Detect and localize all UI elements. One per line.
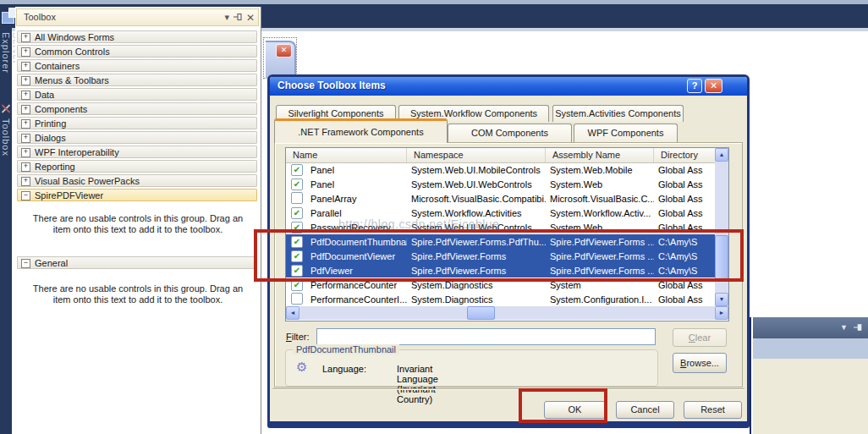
cell-name: Panel bbox=[306, 179, 407, 190]
toolbox-empty-message: There are no usable controls in this gro… bbox=[25, 283, 250, 305]
collapse-icon[interactable]: − bbox=[21, 191, 30, 201]
table-header: Name Namespace Assembly Name Directory bbox=[286, 148, 715, 163]
toolbox-group-dialogs[interactable]: +Dialogs bbox=[17, 131, 257, 144]
expand-icon[interactable]: + bbox=[21, 91, 30, 100]
expand-icon[interactable]: + bbox=[21, 62, 30, 71]
component-detail-title: PdfDocumentThumbnail bbox=[293, 344, 399, 354]
bottom-panel-header: ▼ bbox=[753, 317, 868, 338]
expand-icon[interactable]: + bbox=[21, 177, 30, 186]
toolbox-group-general[interactable]: −General bbox=[17, 256, 257, 269]
row-checkbox[interactable]: ✔ bbox=[291, 164, 303, 176]
expand-icon[interactable]: + bbox=[21, 119, 30, 129]
expand-icon[interactable]: + bbox=[21, 33, 30, 42]
toolbox-group-printing[interactable]: +Printing bbox=[17, 117, 257, 129]
browse-button[interactable]: Browse... bbox=[673, 353, 727, 373]
scroll-right-icon[interactable]: ► bbox=[715, 306, 728, 320]
toolbox-group-all-windows-forms[interactable]: +All Windows Forms bbox=[17, 30, 257, 43]
toolbox-group-wpf-interoperability[interactable]: +WPF Interoperability bbox=[17, 146, 257, 158]
expand-icon[interactable]: + bbox=[21, 47, 30, 57]
scroll-up-icon[interactable]: ▲ bbox=[715, 148, 728, 162]
cell-directory: Global Ass bbox=[654, 194, 715, 204]
cell-assembly: System.Configuration.I... bbox=[546, 294, 654, 305]
column-header-name[interactable]: Name bbox=[286, 148, 407, 162]
cell-namespace: Microsoft.VisualBasic.Compatibi... bbox=[407, 194, 546, 204]
expand-icon[interactable]: + bbox=[21, 76, 30, 85]
row-checkbox[interactable] bbox=[291, 192, 303, 204]
row-checkbox[interactable]: ✔ bbox=[291, 179, 303, 190]
tab-com-components[interactable]: COM Components bbox=[448, 124, 572, 143]
cell-assembly: System.Web.Mobile bbox=[546, 165, 654, 175]
toolbox-empty-message: There are no usable controls in this gro… bbox=[25, 213, 250, 235]
close-icon[interactable]: ✕ bbox=[705, 79, 722, 93]
toolbox-group-reporting[interactable]: +Reporting bbox=[17, 160, 257, 173]
toolbox-group-label: Reporting bbox=[35, 162, 75, 172]
toolbox-group-label: All Windows Forms bbox=[35, 32, 114, 42]
cell-assembly: System.Workflow.Activ... bbox=[546, 208, 654, 218]
pin-icon[interactable] bbox=[233, 13, 243, 23]
checkbox-cell: ✔ bbox=[286, 207, 306, 219]
cell-name: Panel bbox=[306, 165, 407, 175]
tab-row-front: .NET Framework ComponentsCOM ComponentsW… bbox=[267, 118, 750, 143]
toolbox-group-label: WPF Interoperability bbox=[35, 147, 119, 157]
annotation-box-ok bbox=[519, 388, 607, 423]
toolbox-titlebar: Toolbox ▾ ✕ bbox=[16, 8, 259, 26]
toolbox-group-components[interactable]: +Components bbox=[17, 102, 257, 115]
column-header-directory[interactable]: Directory bbox=[654, 148, 715, 162]
table-row[interactable]: ✔PanelSystem.Web.UI.WebControlsSystem.We… bbox=[286, 177, 715, 191]
language-value: Invariant Language (Invariant Country) bbox=[397, 364, 438, 404]
toolbox-group-visual-basic-powerpacks[interactable]: +Visual Basic PowerPacks bbox=[17, 174, 257, 187]
cancel-button[interactable]: Cancel bbox=[616, 401, 674, 419]
toolbox-group-label: SpirePDFViewer bbox=[35, 190, 103, 201]
row-checkbox[interactable]: ✔ bbox=[291, 207, 303, 219]
cell-name: Parallel bbox=[306, 208, 407, 218]
screen: Server Explorer Toolbox ✕ ▼ Toolbox ▾ bbox=[0, 0, 868, 434]
collapse-icon[interactable]: − bbox=[21, 259, 30, 268]
language-label: Language: bbox=[322, 364, 366, 374]
expand-icon[interactable]: + bbox=[21, 162, 30, 172]
table-row[interactable]: ✔PanelSystem.Web.UI.MobileControlsSystem… bbox=[286, 162, 715, 177]
scroll-left-icon[interactable]: ◄ bbox=[286, 306, 299, 320]
tab-net-framework-components[interactable]: .NET Framework Components bbox=[274, 118, 448, 143]
left-dock-strip bbox=[0, 28, 12, 434]
toolbox-panel: Toolbox ▾ ✕ +All Windows Forms+Common Co… bbox=[15, 7, 261, 434]
bottom-right-panel: ▼ bbox=[750, 317, 868, 434]
chevron-down-icon[interactable]: ▾ bbox=[224, 12, 229, 23]
horizontal-scrollbar[interactable]: ◄ ► bbox=[286, 306, 728, 320]
toolbox-group-containers[interactable]: +Containers bbox=[17, 59, 257, 72]
form-close-icon[interactable]: ✕ bbox=[276, 44, 292, 58]
help-icon[interactable]: ? bbox=[687, 79, 702, 93]
toolbox-group-spirepdfviewer[interactable]: −SpirePDFViewer bbox=[17, 189, 257, 201]
cell-directory: Global Ass bbox=[654, 208, 715, 218]
pin-icon[interactable] bbox=[854, 323, 863, 333]
scrollbar-thumb[interactable] bbox=[467, 306, 495, 320]
filter-input[interactable] bbox=[316, 328, 656, 345]
toolbox-group-data[interactable]: +Data bbox=[17, 88, 257, 101]
cell-namespace: System.Diagnostics bbox=[407, 294, 546, 305]
dialog-title: Choose Toolbox Items bbox=[277, 80, 386, 91]
toolbox-group-common-controls[interactable]: +Common Controls bbox=[17, 45, 257, 58]
close-icon[interactable]: ✕ bbox=[246, 12, 255, 24]
tab-wpf-components[interactable]: WPF Components bbox=[574, 124, 678, 143]
row-checkbox[interactable] bbox=[291, 293, 303, 305]
table-row[interactable]: PerformanceCounterI...System.Diagnostics… bbox=[286, 292, 715, 306]
scroll-down-icon[interactable]: ▼ bbox=[715, 293, 728, 306]
toolbox-group-label: Containers bbox=[35, 61, 80, 71]
sidebar-item-toolbox[interactable]: Toolbox bbox=[1, 118, 11, 157]
reset-button[interactable]: Reset bbox=[684, 401, 742, 419]
designer-form-fragment: ✕ bbox=[263, 37, 297, 79]
toolbox-group-label: Data bbox=[35, 90, 54, 100]
expand-icon[interactable]: + bbox=[21, 105, 30, 114]
expand-icon[interactable]: + bbox=[21, 134, 30, 143]
chevron-down-icon[interactable]: ▼ bbox=[840, 323, 848, 332]
toolbox-group-menus-toolbars[interactable]: +Menus & Toolbars bbox=[17, 74, 257, 86]
annotation-box-selected-rows bbox=[254, 229, 744, 282]
clear-button: Clear bbox=[673, 328, 727, 347]
column-header-assembly[interactable]: Assembly Name bbox=[546, 148, 654, 162]
toolbox-group-label: Menus & Toolbars bbox=[35, 75, 109, 85]
column-header-namespace[interactable]: Namespace bbox=[407, 148, 546, 162]
vertical-scrollbar[interactable]: ▲ ▼ bbox=[715, 148, 728, 306]
checkbox-cell: ✔ bbox=[286, 179, 306, 190]
cell-name: PerformanceCounterI... bbox=[306, 294, 407, 305]
expand-icon[interactable]: + bbox=[21, 148, 30, 157]
table-row[interactable]: PanelArrayMicrosoft.VisualBasic.Compatib… bbox=[286, 191, 715, 206]
